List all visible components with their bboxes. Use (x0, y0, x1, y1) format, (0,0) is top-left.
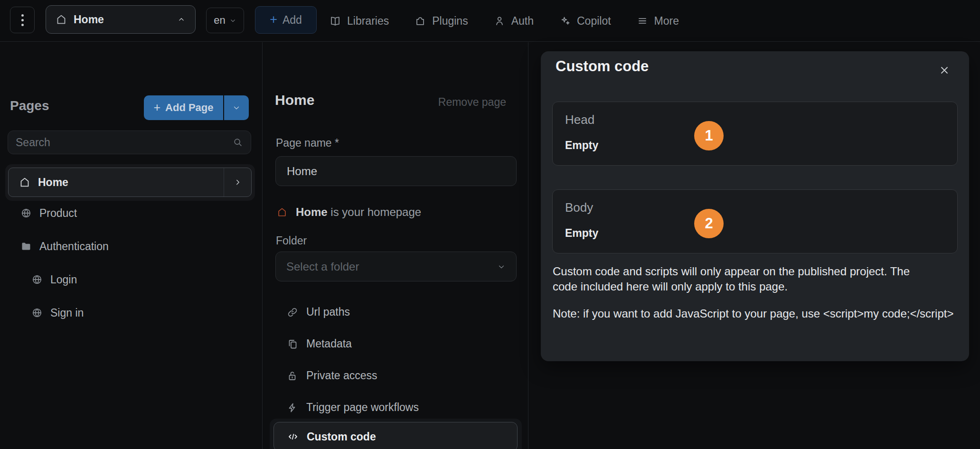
search-icon (233, 137, 243, 148)
nav-item-more[interactable]: More (637, 15, 679, 28)
menu-item-label: Url paths (306, 306, 350, 318)
head-code-section[interactable]: Head Empty 1 (552, 102, 958, 166)
selected-menu-container: Custom code (270, 419, 522, 449)
lock-open-icon (287, 370, 298, 382)
code-icon (287, 431, 299, 442)
section-label: Head (565, 112, 594, 127)
body-code-section[interactable]: Body Empty 2 (552, 189, 958, 253)
menu-item-url-paths[interactable]: Url paths (263, 296, 528, 328)
menu-item-label: Custom code (307, 430, 376, 443)
search-box (8, 131, 251, 154)
locale-label: en (214, 14, 225, 27)
globe-icon (20, 207, 32, 219)
page-list: Product Authentication Login Sign in (0, 196, 263, 329)
page-selector-label: Home (74, 13, 104, 26)
step-badge-1: 1 (694, 121, 724, 150)
nav-label: Plugins (432, 15, 468, 28)
menu-lines-icon (637, 15, 648, 27)
sidebar-item-label: Home (38, 176, 68, 189)
section-value: Empty (565, 227, 598, 240)
folder-select-placeholder: Select a folder (286, 260, 359, 273)
step-badge-2: 2 (694, 209, 724, 238)
chevron-up-icon (177, 15, 186, 24)
section-value: Empty (565, 139, 598, 152)
nav-item-copilot[interactable]: Copilot (559, 15, 611, 28)
nav-label: More (654, 15, 679, 28)
lightning-icon (287, 402, 298, 413)
sidebar-item-login[interactable]: Login (0, 263, 263, 296)
book-icon (330, 15, 341, 27)
page-selector-dropdown[interactable]: Home (46, 5, 196, 34)
folder-icon (20, 241, 32, 252)
menu-item-metadata[interactable]: Metadata (263, 328, 528, 360)
chevron-down-icon (497, 262, 506, 271)
close-button[interactable] (936, 62, 953, 79)
nav-label: Copilot (577, 15, 611, 28)
add-button[interactable]: + Add (255, 6, 317, 34)
custom-code-panel: Custom code Head Empty 1 Body Empty 2 Cu… (541, 51, 969, 361)
nav-item-plugins[interactable]: Plugins (415, 15, 468, 28)
sidebar-item-label: Login (50, 273, 77, 286)
homepage-note-text: Home is your homepage (296, 206, 421, 219)
sparkles-icon (559, 15, 571, 27)
globe-icon (31, 307, 43, 318)
page-settings-menu: Url paths Metadata Private access Trigge… (263, 296, 528, 423)
page-name-input[interactable] (275, 156, 517, 186)
link-icon (287, 307, 298, 318)
menu-item-private-access[interactable]: Private access (263, 360, 528, 392)
sidebar-title: Pages (10, 98, 49, 113)
sidebar-item-label: Sign in (50, 307, 84, 319)
nav-item-auth[interactable]: Auth (494, 15, 534, 28)
selected-page-container: Home (5, 164, 255, 201)
nav-label: Auth (511, 15, 534, 28)
top-navigation: Libraries Plugins Auth Copilot More (330, 0, 679, 42)
panel-title: Custom code (556, 58, 649, 75)
sidebar-item-authentication[interactable]: Authentication (0, 230, 263, 263)
top-bar: Home en + Add Libraries Plugins Auth Cop… (0, 0, 980, 42)
add-page-button[interactable]: + Add Page (144, 95, 249, 120)
folder-label: Folder (276, 234, 307, 247)
section-label: Body (565, 200, 593, 215)
search-input[interactable] (16, 136, 233, 149)
chevron-right-icon (234, 178, 242, 187)
chevron-down-icon (229, 17, 236, 24)
add-page-label: Add Page (165, 102, 213, 114)
note-text: Note: if you want to add JavaScript to y… (553, 306, 964, 321)
puzzle-icon (415, 15, 426, 27)
home-icon (19, 177, 30, 188)
info-text: Custom code and scripts will only appear… (553, 264, 930, 294)
sidebar-item-label: Product (39, 207, 77, 220)
remove-page-button[interactable]: Remove page (438, 96, 506, 109)
kebab-menu-button[interactable] (10, 7, 35, 33)
menu-item-custom-code[interactable]: Custom code (273, 422, 518, 449)
menu-item-label: Metadata (306, 337, 352, 350)
homepage-note: Home is your homepage (277, 206, 421, 219)
sidebar-item-product[interactable]: Product (0, 196, 263, 230)
nav-label: Libraries (347, 15, 389, 28)
locale-dropdown[interactable]: en (206, 8, 244, 33)
chevron-down-icon (232, 103, 241, 112)
globe-icon (31, 274, 43, 285)
page-name-label: Page name * (276, 137, 339, 150)
page-settings-panel: Home Remove page Page name * Home is you… (263, 42, 528, 449)
close-icon (939, 65, 950, 76)
open-page-settings-button[interactable] (224, 168, 251, 196)
plus-icon: + (270, 13, 277, 26)
add-page-main[interactable]: + Add Page (144, 95, 223, 120)
home-icon (277, 207, 287, 217)
home-icon (56, 14, 67, 25)
add-page-dropdown-toggle[interactable] (223, 95, 249, 120)
nav-item-libraries[interactable]: Libraries (330, 15, 389, 28)
page-title: Home (275, 92, 314, 108)
user-icon (494, 15, 505, 27)
sidebar-item-label: Authentication (39, 240, 109, 253)
sidebar-item-home[interactable]: Home (8, 168, 252, 197)
menu-item-label: Trigger page workflows (306, 401, 419, 414)
sidebar-item-sign-in[interactable]: Sign in (0, 296, 263, 329)
menu-item-label: Private access (306, 369, 377, 382)
plus-icon: + (153, 102, 160, 113)
folder-select[interactable]: Select a folder (275, 252, 517, 281)
pages-sidebar: Pages + Add Page Home Product Authentic (0, 42, 263, 449)
add-button-label: Add (283, 14, 302, 27)
copy-pages-icon (287, 338, 298, 350)
